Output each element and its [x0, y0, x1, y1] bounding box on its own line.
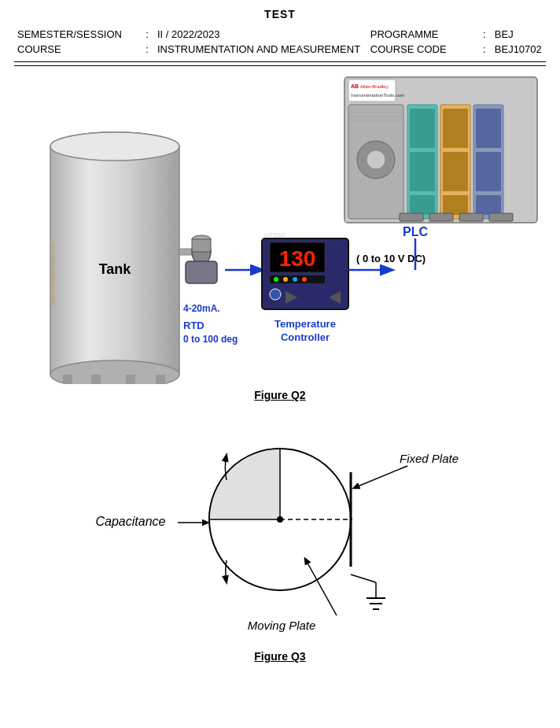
svg-point-27 [302, 277, 307, 282]
svg-text:Tank: Tank [99, 261, 132, 277]
svg-rect-13 [192, 239, 211, 252]
page-title: TEST [14, 8, 546, 20]
svg-rect-53 [443, 152, 468, 191]
svg-text:Temperature: Temperature [274, 318, 336, 330]
svg-rect-58 [476, 195, 501, 215]
course-label: COURSE [14, 42, 140, 57]
programme-colon: : [477, 27, 492, 42]
svg-rect-5 [91, 375, 101, 384]
svg-text:Moving Plate: Moving Plate [248, 619, 316, 632]
bottom-divider [14, 65, 546, 66]
semester-value: II / 2022/2023 [154, 27, 367, 42]
svg-rect-60 [429, 213, 453, 221]
svg-text:Capacitance: Capacitance [96, 515, 166, 528]
svg-text:PLC: PLC [403, 225, 428, 238]
svg-rect-61 [459, 213, 483, 221]
svg-line-74 [354, 466, 407, 488]
course-code-label: COURSE CODE [367, 42, 477, 57]
svg-text:Controller: Controller [281, 331, 330, 343]
course-colon: : [140, 42, 154, 57]
svg-rect-6 [126, 375, 135, 384]
svg-text:Fixed Plate: Fixed Plate [400, 452, 459, 465]
svg-rect-57 [476, 152, 501, 191]
svg-rect-56 [476, 109, 501, 148]
course-code-value: BEJ10702 [492, 42, 546, 57]
figure-q2-diagram: InstrumentationTools.com Tank 4-20mA. RT… [14, 69, 546, 384]
svg-text:UT3SO: UT3SO [264, 231, 286, 238]
svg-rect-52 [443, 109, 468, 148]
svg-rect-49 [410, 152, 435, 191]
svg-point-24 [274, 277, 278, 282]
page: TEST SEMESTER/SESSION : II / 2022/2023 P… [0, 0, 560, 728]
programme-value: BEJ [492, 27, 546, 42]
course-code-colon: : [477, 42, 492, 57]
svg-point-43 [367, 150, 385, 169]
svg-text:AB: AB [351, 83, 359, 89]
svg-rect-62 [489, 213, 513, 221]
svg-rect-54 [443, 195, 468, 215]
svg-rect-59 [400, 213, 423, 221]
svg-line-69 [351, 575, 376, 582]
svg-point-3 [50, 132, 179, 161]
svg-rect-1 [50, 146, 179, 375]
svg-point-26 [293, 277, 297, 282]
svg-text:InstrumentationTools.com: InstrumentationTools.com [351, 93, 404, 98]
svg-rect-50 [410, 195, 435, 215]
programme-label: PROGRAMME [367, 27, 477, 42]
semester-colon: : [140, 27, 154, 42]
svg-text:130: 130 [279, 246, 316, 271]
figure-q3-diagram: Capacitance Fixed Plate Moving Plate [14, 409, 546, 645]
svg-rect-15 [186, 261, 217, 283]
svg-text:4-20mA.: 4-20mA. [183, 303, 220, 314]
top-divider [14, 61, 546, 62]
svg-rect-4 [63, 375, 72, 384]
svg-text:Allen-Bradley: Allen-Bradley [360, 84, 389, 89]
svg-point-67 [277, 516, 283, 523]
svg-text:0 to 100 deg: 0 to 100 deg [183, 334, 238, 345]
course-value: INSTRUMENTATION AND MEASUREMENT [154, 42, 367, 57]
svg-point-25 [283, 277, 288, 282]
figure-q2-caption: Figure Q2 [14, 389, 546, 401]
svg-point-28 [270, 289, 281, 300]
svg-text:InstrumentationTools.com: InstrumentationTools.com [50, 242, 56, 305]
svg-text:RTD: RTD [183, 320, 204, 331]
header-info-table: SEMESTER/SESSION : II / 2022/2023 PROGRA… [14, 27, 546, 57]
svg-rect-48 [410, 109, 435, 148]
semester-label: SEMESTER/SESSION [14, 27, 140, 42]
figure-q3-caption: Figure Q3 [14, 650, 546, 663]
svg-rect-7 [156, 375, 165, 384]
